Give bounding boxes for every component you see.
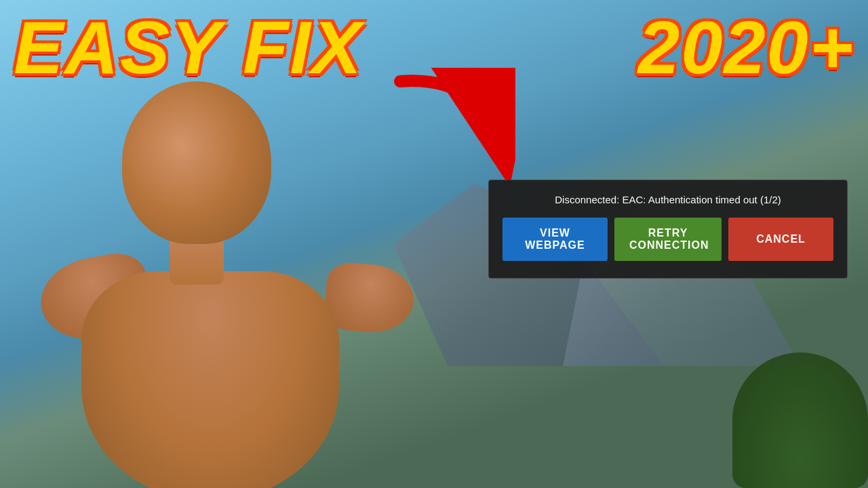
error-dialog: Disconnected: EAC: Authentication timed … — [488, 180, 848, 279]
dialog-message: Disconnected: EAC: Authentication timed … — [502, 194, 833, 205]
retry-connection-button[interactable]: Retry Connection — [614, 218, 722, 261]
view-webpage-button[interactable]: VIEW WEBPAGE — [502, 218, 608, 261]
character-body — [81, 271, 339, 488]
title-year: 2020+ — [638, 10, 854, 85]
character-head — [122, 81, 271, 244]
cancel-button[interactable]: CANCEL — [728, 218, 833, 261]
title-easy-fix: EASY FIX — [14, 10, 363, 85]
dialog-buttons: VIEW WEBPAGE Retry Connection CANCEL — [502, 218, 833, 261]
